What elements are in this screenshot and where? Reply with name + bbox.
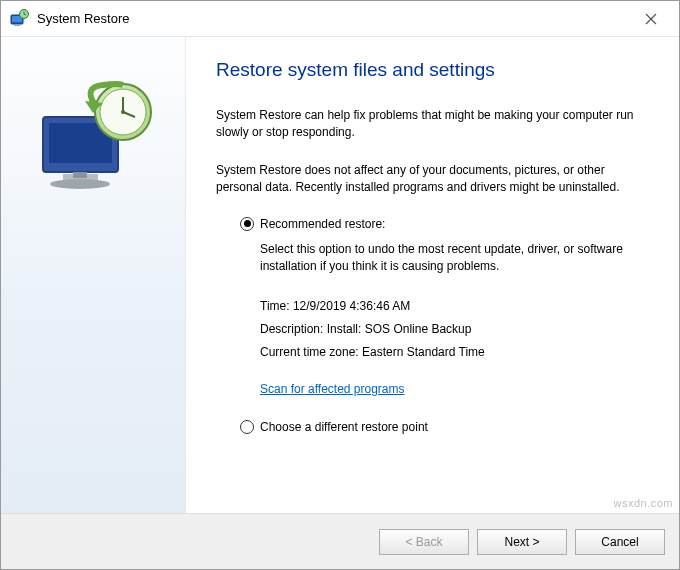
dialog-body: Restore system files and settings System…: [1, 37, 679, 513]
radio-different-label: Choose a different restore point: [260, 420, 428, 434]
radio-recommended-label: Recommended restore:: [260, 217, 385, 231]
intro-paragraph-2: System Restore does not affect any of yo…: [216, 162, 649, 197]
window-title: System Restore: [37, 11, 631, 26]
heading: Restore system files and settings: [216, 59, 649, 81]
restore-time: Time: 12/9/2019 4:36:46 AM: [260, 295, 649, 318]
radio-different-row[interactable]: Choose a different restore point: [240, 420, 649, 434]
radio-different[interactable]: [240, 420, 254, 434]
svg-rect-8: [73, 172, 87, 178]
sidebar-panel: [1, 37, 186, 513]
restore-description: Description: Install: SOS Online Backup: [260, 318, 649, 341]
intro-paragraph-1: System Restore can help fix problems tha…: [216, 107, 649, 142]
svg-point-13: [121, 110, 125, 114]
titlebar: System Restore: [1, 1, 679, 37]
restore-options: Recommended restore: Select this option …: [240, 217, 649, 434]
content-panel: Restore system files and settings System…: [186, 37, 679, 513]
recommended-detail: Select this option to undo the most rece…: [260, 241, 649, 276]
close-icon: [645, 13, 657, 25]
system-restore-icon: [9, 9, 29, 29]
radio-recommended[interactable]: [240, 217, 254, 231]
radio-recommended-row[interactable]: Recommended restore:: [240, 217, 649, 231]
cancel-button[interactable]: Cancel: [575, 529, 665, 555]
restore-info: Time: 12/9/2019 4:36:46 AM Description: …: [260, 295, 649, 363]
svg-point-7: [50, 179, 110, 189]
svg-rect-2: [14, 24, 20, 26]
system-restore-window: System Restore: [0, 0, 680, 570]
restore-timezone: Current time zone: Eastern Standard Time: [260, 341, 649, 364]
scan-affected-link[interactable]: Scan for affected programs: [260, 382, 405, 396]
restore-illustration: [23, 77, 163, 197]
next-button[interactable]: Next >: [477, 529, 567, 555]
back-button: < Back: [379, 529, 469, 555]
watermark: wsxdn.com: [613, 497, 673, 509]
close-button[interactable]: [631, 5, 671, 33]
button-footer: < Back Next > Cancel: [1, 513, 679, 569]
